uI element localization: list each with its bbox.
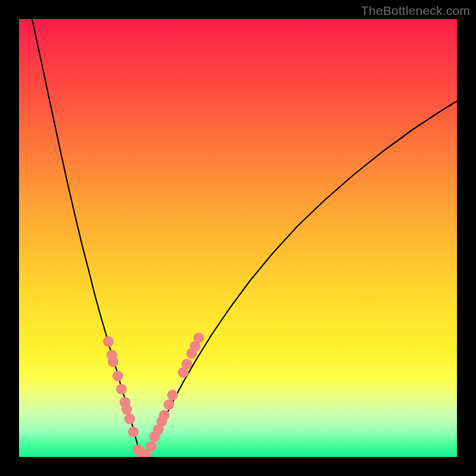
data-marker bbox=[124, 414, 135, 424]
data-marker bbox=[128, 427, 139, 437]
data-marker bbox=[108, 356, 118, 367]
bottleneck-curve-chart bbox=[19, 19, 457, 457]
data-marker bbox=[159, 410, 170, 421]
data-marker bbox=[181, 359, 192, 369]
data-marker bbox=[167, 390, 178, 400]
data-marker bbox=[121, 404, 132, 415]
data-marker bbox=[146, 441, 156, 452]
watermark-text: TheBottleneck.com bbox=[361, 4, 470, 18]
data-marker bbox=[164, 399, 174, 410]
outer-frame: TheBottleneck.com bbox=[0, 0, 476, 476]
data-marker bbox=[116, 384, 127, 394]
data-marker bbox=[103, 336, 114, 347]
data-marker bbox=[112, 371, 123, 381]
curve-right-curve bbox=[146, 101, 457, 453]
chart-area bbox=[19, 19, 457, 457]
data-marker bbox=[193, 333, 204, 343]
